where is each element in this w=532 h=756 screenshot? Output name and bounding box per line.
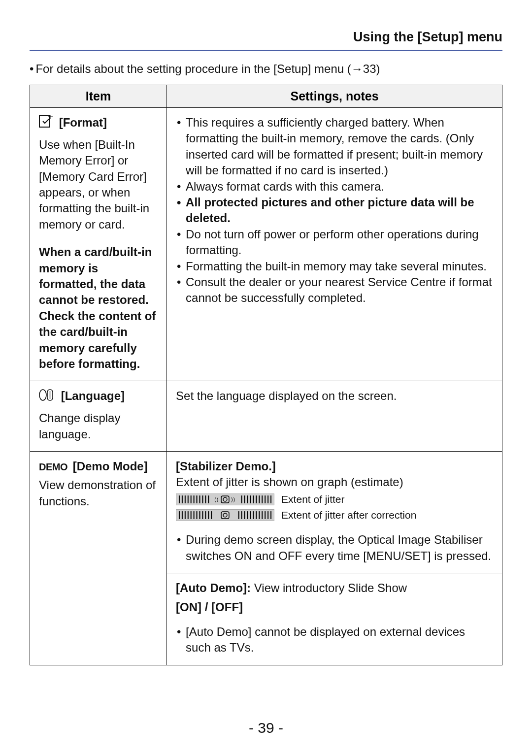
svg-text:)): )) xyxy=(231,496,235,502)
header-title: Using the [Setup] menu xyxy=(353,30,502,44)
jitter-label-2: Extent of jitter after correction xyxy=(281,508,416,522)
jitter-graphic-2 xyxy=(176,509,274,521)
column-header-notes: Settings, notes xyxy=(167,85,502,108)
jitter-label-1: Extent of jitter xyxy=(281,493,344,506)
demo-icon: DEMO xyxy=(39,460,67,474)
format-desc-1: Use when [Built-In Memory Error] or [Mem… xyxy=(39,137,158,232)
auto-demo-options: [ON] / [OFF] xyxy=(176,599,493,615)
language-title: [Language] xyxy=(61,389,125,402)
format-desc-2: When a card/built-in memory is formatted… xyxy=(39,244,158,372)
format-note-5: Formatting the built-in memory may take … xyxy=(186,259,493,274)
page-header: Using the [Setup] menu xyxy=(30,30,502,51)
format-note-4: Do not turn off power or perform other o… xyxy=(186,227,493,259)
svg-rect-0 xyxy=(39,115,50,127)
demo-title: [Demo Mode] xyxy=(73,460,148,473)
column-header-item: Item xyxy=(30,85,167,108)
table-row: [Format] Use when [Built-In Memory Error… xyxy=(30,108,502,381)
format-note-1: This requires a sufficiently charged bat… xyxy=(186,115,493,179)
format-note-6: Consult the dealer or your nearest Servi… xyxy=(186,274,493,306)
intro-text: For details about the setting procedure … xyxy=(35,62,380,75)
table-row: DEMO [Demo Mode] View demonstration of f… xyxy=(30,451,502,573)
auto-demo-title: [Auto Demo]: xyxy=(176,581,251,594)
format-icon xyxy=(39,115,54,131)
page-number: - 39 - xyxy=(30,700,502,756)
settings-table: Item Settings, notes [ xyxy=(30,85,502,665)
format-note-3: All protected pictures and other picture… xyxy=(186,195,493,227)
format-title: [Format] xyxy=(59,116,107,129)
demo-desc: View demonstration of functions. xyxy=(39,477,158,509)
stabilizer-desc: Extent of jitter is shown on graph (esti… xyxy=(176,474,493,490)
language-icon xyxy=(39,389,54,405)
table-row: [Language] Change display language. Set … xyxy=(30,381,502,452)
auto-demo-desc: View introductory Slide Show xyxy=(254,581,407,594)
jitter-graphic-1: (( )) xyxy=(176,493,274,505)
language-desc: Change display language. xyxy=(39,410,158,442)
format-note-2: Always format cards with this camera. xyxy=(186,179,493,195)
stabilizer-note: During demo screen display, the Optical … xyxy=(186,532,493,564)
stabilizer-title: [Stabilizer Demo.] xyxy=(176,459,493,474)
svg-text:((: (( xyxy=(214,496,219,502)
auto-demo-note: [Auto Demo] cannot be displayed on exter… xyxy=(186,624,493,656)
intro-line: •For details about the setting procedure… xyxy=(30,62,502,76)
language-note: Set the language displayed on the screen… xyxy=(176,388,493,404)
svg-point-1 xyxy=(39,390,46,400)
